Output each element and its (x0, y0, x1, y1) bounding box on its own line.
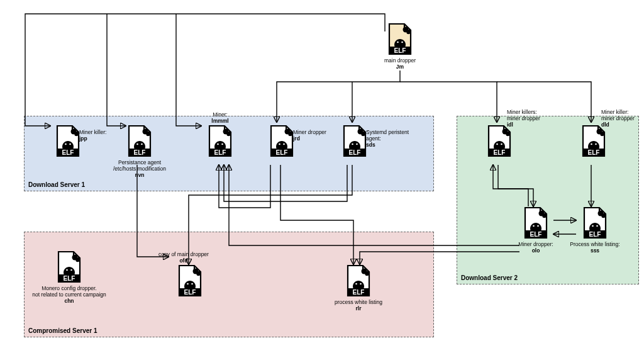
region-label-download-server-2: Download Server 2 (461, 274, 518, 281)
elf-file-icon (55, 125, 81, 157)
node-desc: Persistance agent /etc/hosts modificatio… (113, 159, 166, 172)
node-idl: Miner killers: miner dropperidl (480, 125, 518, 159)
elf-file-icon (523, 206, 549, 239)
node-desc: copy of main dropper (158, 251, 209, 257)
elf-file-icon (269, 125, 295, 157)
node-nvn: Persistance agent /etc/hosts modificatio… (121, 125, 158, 178)
elf-file-icon (486, 125, 513, 157)
node-name: olo (532, 247, 540, 254)
region-label-download-server-1: Download Server 1 (28, 181, 85, 188)
elf-file-icon (126, 125, 153, 157)
node-name: sss (591, 247, 599, 254)
node-desc: Miner dropper: (518, 241, 553, 247)
node-olo: Miner dropper:olo (517, 206, 555, 254)
node-sss: Process white listing:sss (576, 206, 614, 254)
node-name: ofd (179, 257, 187, 264)
node-desc: Miner: (213, 111, 228, 118)
node-dld: Miner killer: miner dropperdld (575, 125, 613, 159)
node-ofd: copy of main dropperofd (171, 264, 209, 298)
node-lmmml: Miner:lmmml (201, 125, 239, 159)
node-jpp: Miner killer:jpp (49, 125, 87, 159)
node-jrd: Miner dropperjrd (263, 125, 301, 159)
node-name: nvn (135, 172, 144, 178)
elf-file-icon (580, 125, 607, 157)
node-name: lmmml (211, 118, 228, 124)
node-name: dld (601, 121, 609, 128)
node-desc: Miner killers: miner dropper (507, 109, 540, 121)
node-name: jrd (293, 135, 300, 142)
node-name: chn (64, 298, 74, 304)
elf-file-icon (387, 23, 413, 55)
node-name: Jm (396, 64, 404, 70)
node-name: sds (366, 142, 375, 148)
elf-file-icon (345, 264, 372, 297)
node-name: rlr (356, 305, 362, 312)
elf-file-icon (341, 125, 368, 157)
node-sds: Systemd peristent agent:sds (336, 125, 374, 159)
node-jm: main dropperJm (381, 23, 419, 70)
node-desc: Miner killer: (79, 129, 106, 135)
node-desc: Miner killer: miner dropper (601, 109, 635, 121)
node-desc: Process white listing: (570, 241, 619, 247)
node-desc: process white listing (335, 299, 382, 305)
node-rlr: process white listingrlr (340, 264, 377, 312)
elf-file-icon (56, 250, 82, 283)
elf-file-icon (582, 206, 608, 239)
node-name: idl (507, 121, 513, 128)
node-desc: Systemd peristent agent: (366, 129, 409, 142)
node-name: jpp (79, 135, 87, 142)
node-desc: Miner dropper (293, 129, 326, 135)
elf-file-icon (177, 264, 203, 297)
node-chn: Monero config dropper. not related to cu… (50, 250, 88, 304)
node-desc: main dropper (384, 57, 416, 64)
region-label-compromised-server-1: Compromised Server 1 (28, 327, 97, 334)
elf-file-icon (207, 125, 233, 157)
node-desc: Monero config dropper. not related to cu… (32, 285, 106, 298)
